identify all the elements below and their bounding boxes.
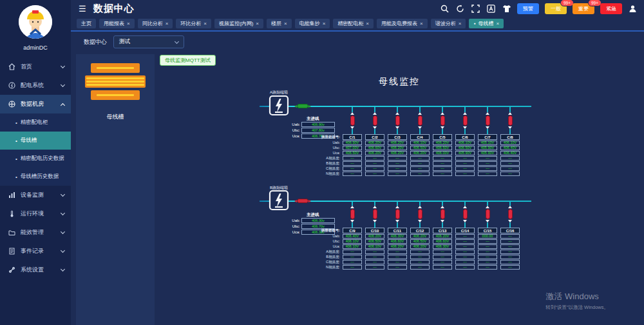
plugbox-column: C/1406.90V407.00V406.50V------------ [343, 134, 362, 176]
sidebar-item-environment[interactable]: 运行环境 [0, 204, 71, 223]
sidebar-item-precision-history[interactable]: • 精密配电历史数据 [0, 150, 71, 168]
plugbox-cell: 406.20V [433, 234, 452, 239]
tab-用能及电费报表[interactable]: 用能及电费报表× [377, 19, 428, 28]
tab-同比分析[interactable]: 同比分析× [138, 19, 173, 28]
feeder-breaker [508, 115, 513, 126]
alert-warn-button[interactable]: 预警 [517, 3, 539, 14]
alert-urgent-button[interactable]: 紧急 [600, 3, 622, 14]
plugbox-value: --- [508, 266, 512, 270]
arrow-up-icon [440, 206, 444, 208]
hamburger-icon[interactable]: ☰ [79, 5, 86, 13]
sidebar-item-home[interactable]: 首页 [0, 57, 71, 76]
plugbox-cell: --- [478, 156, 497, 161]
arrow-up-icon [373, 206, 377, 208]
plugbox-value: --- [350, 250, 354, 254]
arrow-up-icon [508, 206, 512, 208]
tab-主页[interactable]: 主页 [77, 19, 96, 28]
sidebar-item-data-room[interactable]: 数据机房 [0, 95, 71, 113]
plugbox-value: --- [395, 162, 399, 166]
plugbox-cell: 406.50V [455, 146, 475, 150]
tab-用能报表[interactable]: 用能报表× [99, 19, 135, 28]
table-row-label: N相温度: [297, 264, 342, 270]
tab-close-icon[interactable]: × [284, 19, 287, 28]
sidebar-item-busduct[interactable]: • 母线槽 [0, 132, 71, 150]
tab-电能集抄[interactable]: 电能集抄× [295, 19, 330, 28]
plugbox-header: C/1 [343, 134, 362, 140]
plugbox-value: 405.10V [481, 141, 495, 145]
tab-close-icon[interactable]: × [366, 19, 369, 28]
table-row-label: B相温度: [297, 254, 342, 259]
plugbox-value: --- [508, 261, 512, 264]
tab-close-icon[interactable]: × [166, 19, 169, 28]
feeder-drop [343, 107, 362, 134]
plugbox-cell: --- [478, 172, 497, 176]
search-icon[interactable] [440, 4, 450, 14]
plugbox-value: --- [418, 167, 422, 171]
plugbox-cell: --- [500, 260, 520, 264]
plugbox-value: --- [508, 245, 512, 249]
tab-环比分析[interactable]: 环比分析× [176, 19, 211, 28]
theme-icon[interactable] [502, 4, 511, 14]
plugbox-value: --- [463, 240, 467, 244]
plugbox-value: --- [440, 255, 444, 259]
plugbox-value: 406.10V [368, 245, 382, 249]
tab-谐波分析[interactable]: 谐波分析× [431, 19, 466, 28]
tab-close-icon[interactable]: × [420, 19, 423, 28]
sidebar-item-event-log[interactable]: 事件记录 [0, 242, 71, 261]
plugbox-cell: 406.50V [433, 146, 452, 150]
plugbox-value: --- [350, 255, 354, 259]
plugbox-cell: 405.10V [478, 141, 497, 145]
busduct-icon[interactable] [85, 63, 146, 103]
tab-close-icon[interactable]: × [256, 19, 259, 28]
plugbox-cell: 406.30V [433, 244, 452, 249]
plugbox-value: --- [463, 266, 467, 270]
plugbox-cell: 406.10V [410, 141, 430, 145]
plugbox-value: 406.50V [413, 146, 427, 150]
tab-close-icon[interactable]: × [496, 19, 499, 28]
plugbox-value: 406.20V [391, 245, 404, 249]
user-icon[interactable] [628, 4, 638, 14]
fullscreen-icon[interactable] [471, 4, 480, 14]
tab-close-icon[interactable]: × [204, 19, 207, 28]
plugbox-value: 406.20V [391, 152, 404, 155]
tab-close-icon[interactable]: × [323, 19, 326, 28]
plugbox-value: --- [395, 167, 399, 171]
sidebar-item-settings[interactable]: 系统设置 [0, 261, 71, 279]
sidebar-item-precision-cabinet[interactable]: • 精密配电柜 [0, 113, 71, 132]
plugbox-cell: --- [500, 172, 520, 176]
language-icon[interactable] [486, 4, 496, 14]
plugbox-value: --- [486, 240, 489, 244]
plugbox-value: 406.20V [368, 141, 382, 145]
drop-line [442, 107, 443, 112]
sidebar-item-busduct-history[interactable]: • 母线槽历史数据 [0, 168, 71, 186]
plugbox-value: --- [395, 157, 399, 161]
tab-close-icon[interactable]: × [127, 19, 130, 28]
plugbox-column: C/2406.20V406.60V406.20V------------ [365, 134, 384, 176]
drop-line [464, 107, 466, 112]
alert-important-button[interactable]: 重要99+ [573, 3, 594, 14]
tab-视频监控(内网)[interactable]: 视频监控(内网)× [214, 19, 263, 28]
plugbox-cell: 406.40V [500, 146, 520, 150]
sidebar-item-device-monitor[interactable]: 设备监测 [0, 186, 71, 204]
tab-close-icon[interactable]: × [459, 19, 462, 28]
plugbox-value: --- [463, 250, 467, 254]
mqtt-test-button[interactable]: 母线监测MQTT测试 [160, 55, 216, 66]
plugbox-cell: --- [410, 156, 430, 161]
refresh-icon[interactable] [455, 4, 465, 14]
main-incoming-row: Uab:406.30v [286, 218, 335, 223]
tab-精密配电柜[interactable]: 精密配电柜× [333, 19, 374, 28]
sidebar-item-energy-mgmt[interactable]: 能效管理 [0, 223, 71, 242]
plugbox-cell: --- [455, 244, 475, 249]
plugbox-header: C/6 [455, 134, 475, 140]
tab-母线槽[interactable]: ●母线槽× [469, 19, 504, 28]
plugbox-value: --- [486, 167, 489, 171]
alert-general-button[interactable]: 一般99+ [545, 3, 567, 14]
avatar[interactable] [19, 5, 52, 39]
drop-line [487, 129, 488, 134]
datacenter-select[interactable]: 测试 [113, 35, 184, 48]
plugbox-cell: 406.10V [343, 239, 362, 244]
plugbox-value: --- [508, 157, 512, 161]
plugbox-header: C/3 [388, 134, 407, 140]
sidebar-item-power-system[interactable]: 配电系统 [0, 76, 71, 95]
tab-楼层[interactable]: 楼层× [267, 19, 292, 28]
